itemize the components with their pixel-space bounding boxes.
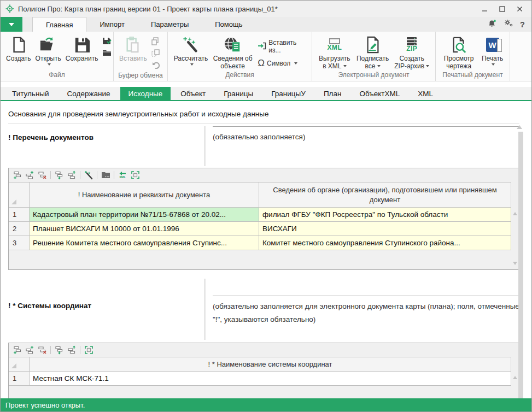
- move-row-down-button[interactable]: [54, 170, 65, 181]
- tab-xml[interactable]: XML: [410, 87, 441, 100]
- settings-gears-icon[interactable]: [504, 19, 513, 30]
- paste-button[interactable]: Вставить: [117, 34, 149, 63]
- help-icon[interactable]: ?: [520, 20, 525, 29]
- maximize-button[interactable]: [493, 2, 511, 16]
- object-info-button[interactable]: Сведения об объекте: [211, 34, 255, 71]
- table-cell-doc-org[interactable]: ВИСХАГИ: [259, 222, 511, 236]
- delete-row-button[interactable]: [37, 345, 48, 356]
- copy-icon[interactable]: [150, 36, 161, 46]
- save-copy-button[interactable]: [101, 48, 112, 58]
- ribbon-tab-bar: Главная Импорт Параметры Помощь: [1, 17, 531, 32]
- insert-from-label: Вставить из...: [268, 39, 306, 54]
- export-xml-button[interactable]: XML Выгрузить в XML: [315, 34, 354, 71]
- insert-from-button[interactable]: Вставить из...: [256, 38, 307, 55]
- page-scrollbar-up-arrow[interactable]: [517, 125, 522, 129]
- create-zip-dropdown-arrow-icon: [426, 65, 429, 67]
- table-cell-coord-system[interactable]: Местная СК МСК-71.1: [30, 372, 511, 386]
- group-label-pdoc: Печатный документ: [436, 71, 510, 81]
- documents-table-widget: XML ! Наименование и реквизиты документа…: [8, 168, 519, 270]
- calculate-button[interactable]: Рассчитать: [171, 34, 211, 67]
- section-vertical-divider: [204, 279, 206, 340]
- symbol-button[interactable]: Ω Символ: [256, 57, 307, 69]
- ribbon-group-file: Создать Открыть: [1, 32, 114, 81]
- column-header-org[interactable]: Сведения об органе (организации), подгот…: [259, 183, 511, 208]
- column-header-coord-system[interactable]: ! * Наименование системы координат: [30, 357, 511, 372]
- documents-table-toolbar: XML: [9, 168, 519, 182]
- insert-row-button[interactable]: [24, 345, 35, 356]
- table-scroll-down-arrow[interactable]: [513, 262, 517, 265]
- sign-all-button[interactable]: Подписать все: [354, 34, 392, 71]
- export-xml-dropdown-arrow-icon: [343, 65, 347, 67]
- app-menu-button[interactable]: [1, 17, 22, 32]
- tab-granitsy[interactable]: Границы: [215, 87, 261, 100]
- object-info-button-label: Сведения об объекте: [213, 55, 253, 70]
- magic-wand-icon: [182, 35, 200, 55]
- table-cell-doc-name[interactable]: Кадастровый план территории №71/15-67868…: [30, 208, 259, 222]
- move-row-up-button[interactable]: [66, 170, 77, 181]
- toolbar-separator: [97, 171, 97, 179]
- move-row-down-button[interactable]: [54, 345, 65, 356]
- select-all-corner-cell[interactable]: [9, 183, 30, 208]
- insert-row-button[interactable]: [24, 170, 35, 181]
- table-wand-button[interactable]: [83, 170, 94, 181]
- ribbon-tab-import[interactable]: Импорт: [86, 17, 137, 32]
- table-scroll-up-arrow[interactable]: [513, 212, 517, 215]
- ribbon-tab-label: Главная: [46, 21, 73, 29]
- open-button[interactable]: Открыть: [33, 34, 63, 67]
- tab-granitsyu[interactable]: ГраницыУ: [263, 87, 314, 100]
- page-scrollbar[interactable]: [518, 132, 523, 398]
- table-cell-doc-org[interactable]: филиал ФГБУ "ФКП Росреестра" по Тульской…: [259, 208, 511, 222]
- tab-obyektxml[interactable]: ОбъектXML: [351, 87, 408, 100]
- open-dropdown-arrow-icon: [48, 63, 51, 66]
- table-cell-doc-name[interactable]: Решение Комитета местного самоуправления…: [30, 236, 259, 250]
- tab-iskhodnye[interactable]: Исходные: [120, 87, 171, 100]
- notifications-bell-icon[interactable]: [488, 19, 497, 30]
- tab-titulny[interactable]: Титульный: [4, 87, 57, 100]
- add-row-button[interactable]: [11, 345, 22, 356]
- tab-soderzhanie[interactable]: Содержание: [59, 87, 119, 100]
- close-button[interactable]: [511, 2, 528, 16]
- minimize-button[interactable]: [476, 2, 493, 16]
- select-all-corner-cell[interactable]: [9, 357, 30, 372]
- row-number[interactable]: 1: [9, 372, 30, 386]
- print-button[interactable]: W Печать: [478, 34, 506, 67]
- tab-obyekt[interactable]: Объект: [172, 87, 214, 100]
- coords-section-hint-area: (обязательно заполняется для электронног…: [213, 279, 519, 340]
- save-as-button[interactable]: [101, 36, 112, 46]
- add-row-button[interactable]: [11, 170, 22, 181]
- paste-special-icon[interactable]: [150, 48, 161, 58]
- page-title: Основания для проведения землеустроитель…: [8, 110, 519, 118]
- row-number[interactable]: 2: [9, 222, 30, 236]
- tab-plan[interactable]: План: [315, 87, 350, 100]
- insert-from-icon: [258, 42, 266, 51]
- ribbon-tab-glavnaya[interactable]: Главная: [32, 17, 86, 32]
- delete-row-button[interactable]: [37, 170, 48, 181]
- ribbon-group-pdoc: Просмотр чертежа W Печать Печатный докум…: [436, 32, 510, 81]
- table-expand-button[interactable]: [83, 345, 94, 356]
- save-button[interactable]: Сохранить: [63, 34, 101, 63]
- create-zip-button[interactable]: ZIP Создать ZIP-архив: [391, 34, 432, 71]
- table-import-button[interactable]: [100, 170, 111, 181]
- toolbar-separator: [50, 171, 51, 179]
- ribbon-tab-parametry[interactable]: Параметры: [138, 17, 202, 32]
- new-button[interactable]: Создать: [4, 34, 33, 63]
- table-cell-doc-org[interactable]: Комитет местного самоуправления Ступинск…: [259, 236, 511, 250]
- table-expand-button[interactable]: [130, 170, 141, 181]
- table-import-xml-button[interactable]: XML: [117, 170, 128, 181]
- undo-icon[interactable]: [150, 60, 161, 70]
- table-cell-doc-name[interactable]: Планшет ВИСХАГИ М 10000 от 01.01.1996: [30, 222, 259, 236]
- ribbon-tab-pomosch[interactable]: Помощь: [202, 17, 255, 32]
- coords-section-label: ! * Системы координат: [8, 279, 204, 340]
- omega-icon: Ω: [258, 58, 265, 68]
- ribbon-tab-label: Параметры: [151, 20, 189, 28]
- table-scroll-up-arrow[interactable]: [513, 376, 517, 379]
- group-label-file: Файл: [1, 71, 113, 81]
- column-header-name[interactable]: ! Наименование и реквизиты документа: [30, 183, 259, 208]
- new-document-icon: [10, 35, 27, 55]
- row-number[interactable]: 3: [9, 236, 30, 250]
- app-logo-icon: [5, 4, 14, 13]
- move-row-up-button[interactable]: [66, 345, 77, 356]
- status-bar: Проект успешно открыт.: [1, 398, 531, 411]
- preview-drawing-button[interactable]: Просмотр чертежа: [439, 34, 478, 71]
- row-number[interactable]: 1: [9, 208, 30, 222]
